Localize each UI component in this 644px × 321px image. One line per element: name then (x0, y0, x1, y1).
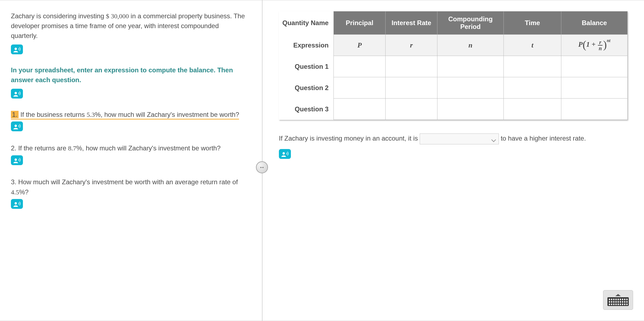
table-row-q3: Question 3 (279, 99, 628, 120)
header-principal: Principal (334, 11, 386, 35)
q1-balance-cell[interactable] (561, 56, 628, 77)
formula-one: 1 (586, 40, 590, 48)
q3-time-cell[interactable] (503, 99, 561, 120)
expr-principal: P (334, 35, 386, 56)
question-2[interactable]: 2. If the returns are 8.7%, how much wil… (11, 143, 246, 166)
q2-rate: 8.7 (68, 145, 76, 152)
q2-time-cell[interactable] (503, 77, 561, 99)
header-time: Time (503, 11, 561, 35)
expr-balance-formula: P(1 + rn)nt (561, 35, 628, 56)
expression-row: Expression P r n t P(1 + rn)nt (279, 35, 628, 56)
formula-P: P (578, 40, 583, 48)
q1-period-cell[interactable] (437, 56, 504, 77)
q3-balance-cell[interactable] (561, 99, 628, 120)
q3-pre: How much will Zachary's investment be wo… (18, 178, 238, 186)
q2-pre: If the returns are (18, 144, 68, 152)
formula-plus: + (592, 40, 596, 48)
question-3[interactable]: 3. How much will Zachary's investment be… (11, 177, 246, 210)
question-1[interactable]: 1. If the business returns 5.3%, how muc… (11, 109, 246, 132)
expr-time: t (503, 35, 561, 56)
tts-button-q3[interactable] (11, 199, 23, 209)
q3-rate: 4.5 (11, 189, 19, 196)
header-compounding-period: Compounding Period (437, 11, 504, 35)
formula-frac-den: n (598, 46, 603, 51)
header-balance: Balance (561, 11, 628, 35)
q1-principal-cell[interactable] (334, 56, 386, 77)
q2-principal-cell[interactable] (334, 77, 386, 99)
fill-in-sentence: If Zachary is investing money in an acco… (279, 131, 628, 146)
tts-button-intro[interactable] (11, 44, 23, 54)
keyboard-icon (607, 297, 629, 306)
sentence-part1: If Zachary is investing money in an acco… (279, 135, 420, 142)
expression-row-label: Expression (279, 35, 334, 56)
q2-post: %, how much will Zachary's investment be… (76, 144, 220, 152)
quantities-table: Quantity Name Principal Interest Rate Co… (279, 11, 628, 120)
speaker-person-icon (13, 46, 20, 52)
expr-period: n (437, 35, 504, 56)
question-panel: Zachary is considering investing $ 30,00… (0, 0, 262, 321)
intro-pre: Zachary is considering investing (11, 12, 106, 20)
q3-number: 3. (11, 178, 16, 186)
q2-balance-cell[interactable] (561, 77, 628, 99)
expr-rate: r (386, 35, 437, 56)
q1-pre: If the business returns (20, 111, 87, 118)
q2-period-cell[interactable] (437, 77, 504, 99)
q3-post: %? (19, 188, 29, 196)
header-interest-rate: Interest Rate (386, 11, 437, 35)
speaker-person-icon (13, 91, 20, 97)
table-header-row: Quantity Name Principal Interest Rate Co… (279, 11, 628, 35)
q1-time-cell[interactable] (503, 56, 561, 77)
q1-number: 1. (11, 111, 19, 118)
sentence-part2: to have a higher interest rate. (501, 135, 586, 142)
q1-rate-cell[interactable] (386, 56, 437, 77)
q2-number: 2. (11, 144, 16, 152)
tts-button-instruction[interactable] (11, 89, 23, 99)
formula-frac-num: r (598, 40, 603, 46)
speaker-person-icon (281, 151, 288, 157)
tts-button-sentence[interactable] (279, 149, 291, 159)
speaker-person-icon (13, 157, 20, 163)
tts-button-q1[interactable] (11, 121, 23, 131)
chevron-up-icon (615, 294, 621, 296)
instruction-text: In your spreadsheet, enter an expression… (11, 65, 246, 85)
formula-exp: nt (607, 38, 610, 43)
problem-intro: Zachary is considering investing $ 30,00… (11, 11, 246, 41)
speaker-person-icon (13, 123, 20, 129)
table-row-q1: Question 1 (279, 56, 628, 77)
row-label-q1: Question 1 (279, 56, 334, 77)
q3-rate-cell[interactable] (386, 99, 437, 120)
q1-rate: 5.3 (87, 111, 95, 118)
header-quantity-name: Quantity Name (279, 11, 334, 35)
intro-amount: $ 30,000 (106, 13, 129, 20)
q3-period-cell[interactable] (437, 99, 504, 120)
table-row-q2: Question 2 (279, 77, 628, 99)
answer-dropdown[interactable] (420, 133, 499, 144)
answer-panel: Quantity Name Principal Interest Rate Co… (263, 0, 644, 321)
q2-rate-cell[interactable] (386, 77, 437, 99)
tts-button-q2[interactable] (11, 155, 23, 165)
row-label-q3: Question 3 (279, 99, 334, 120)
row-label-q2: Question 2 (279, 77, 334, 99)
q3-principal-cell[interactable] (334, 99, 386, 120)
speaker-person-icon (13, 201, 20, 207)
keyboard-toggle-button[interactable] (603, 290, 633, 310)
q1-post: %, how much will Zachary's investment be… (95, 111, 239, 118)
